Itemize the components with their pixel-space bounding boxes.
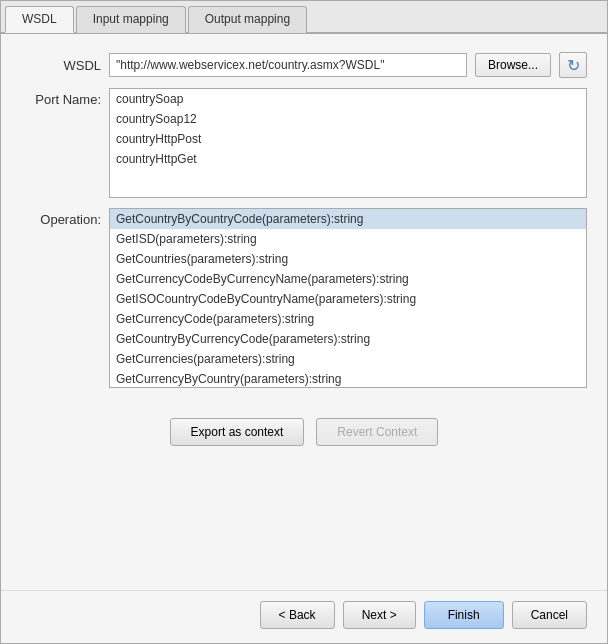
back-button[interactable]: < Back bbox=[260, 601, 335, 629]
list-item[interactable]: countryHttpPost bbox=[110, 129, 586, 149]
finish-button[interactable]: Finish bbox=[424, 601, 504, 629]
refresh-button[interactable]: ↻ bbox=[559, 52, 587, 78]
list-item[interactable]: countryHttpGet bbox=[110, 149, 586, 169]
cancel-button[interactable]: Cancel bbox=[512, 601, 587, 629]
operation-label: Operation: bbox=[21, 208, 101, 227]
tab-wsdl[interactable]: WSDL bbox=[5, 6, 74, 33]
list-item[interactable]: GetISD(parameters):string bbox=[110, 229, 586, 249]
wsdl-label: WSDL bbox=[21, 58, 101, 73]
port-name-row: Port Name: countrySoap countrySoap12 cou… bbox=[21, 88, 587, 198]
list-item[interactable]: GetCurrencyCodeByCurrencyName(parameters… bbox=[110, 269, 586, 289]
export-context-button[interactable]: Export as context bbox=[170, 418, 305, 446]
list-item[interactable]: GetCountryByCountryCode(parameters):stri… bbox=[110, 209, 586, 229]
list-item[interactable]: GetCurrencies(parameters):string bbox=[110, 349, 586, 369]
wsdl-row: WSDL Browse... ↻ bbox=[21, 52, 587, 78]
tab-input-mapping[interactable]: Input mapping bbox=[76, 6, 186, 33]
next-button[interactable]: Next > bbox=[343, 601, 416, 629]
port-name-label: Port Name: bbox=[21, 88, 101, 107]
content-area: WSDL Browse... ↻ Port Name: countrySoap … bbox=[1, 34, 607, 590]
list-item[interactable]: GetISOCountryCodeByCountryName(parameter… bbox=[110, 289, 586, 309]
port-name-listbox[interactable]: countrySoap countrySoap12 countryHttpPos… bbox=[109, 88, 587, 198]
action-buttons-row: Export as context Revert Context bbox=[21, 418, 587, 446]
operation-listbox[interactable]: GetCountryByCountryCode(parameters):stri… bbox=[109, 208, 587, 388]
list-item[interactable]: GetCountries(parameters):string bbox=[110, 249, 586, 269]
bottom-nav: < Back Next > Finish Cancel bbox=[1, 590, 607, 643]
list-item[interactable]: GetCountryByCurrencyCode(parameters):str… bbox=[110, 329, 586, 349]
list-item[interactable]: countrySoap bbox=[110, 89, 586, 109]
wsdl-input[interactable] bbox=[109, 53, 467, 77]
list-item[interactable]: GetCurrencyByCountry(parameters):string bbox=[110, 369, 586, 388]
revert-context-button[interactable]: Revert Context bbox=[316, 418, 438, 446]
tab-output-mapping[interactable]: Output mapping bbox=[188, 6, 307, 33]
list-item[interactable]: GetCurrencyCode(parameters):string bbox=[110, 309, 586, 329]
dialog: WSDL Input mapping Output mapping WSDL B… bbox=[0, 0, 608, 644]
operation-row: Operation: GetCountryByCountryCode(param… bbox=[21, 208, 587, 388]
tab-bar: WSDL Input mapping Output mapping bbox=[1, 1, 607, 34]
refresh-icon: ↻ bbox=[567, 56, 580, 75]
browse-button[interactable]: Browse... bbox=[475, 53, 551, 77]
list-item[interactable]: countrySoap12 bbox=[110, 109, 586, 129]
